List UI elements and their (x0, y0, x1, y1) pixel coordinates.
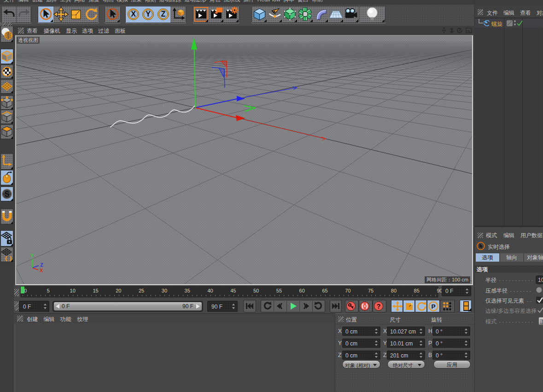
svg-text:P: P (431, 303, 435, 310)
svg-text:X: X (131, 10, 136, 18)
svg-text:?: ? (377, 303, 381, 310)
svg-text:Y: Y (146, 10, 151, 18)
svg-text:S: S (5, 190, 10, 198)
svg-text:Z: Z (161, 10, 165, 18)
